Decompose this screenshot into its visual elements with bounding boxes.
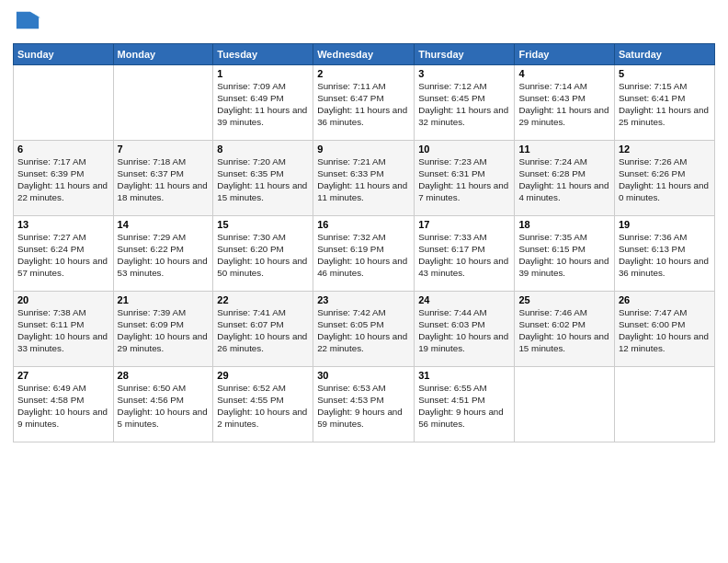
day-info: Sunrise: 7:27 AMSunset: 6:24 PMDaylight:… [17, 231, 109, 280]
day-number: 1 [217, 68, 309, 79]
day-number: 25 [518, 294, 609, 305]
day-info: Sunrise: 7:42 AMSunset: 6:05 PMDaylight:… [317, 306, 410, 355]
day-info: Sunrise: 7:09 AMSunset: 6:49 PMDaylight:… [217, 80, 309, 129]
calendar-cell: 12Sunrise: 7:26 AMSunset: 6:26 PMDayligh… [614, 140, 714, 215]
day-info: Sunrise: 7:35 AMSunset: 6:15 PMDaylight:… [518, 231, 609, 280]
calendar-cell: 23Sunrise: 7:42 AMSunset: 6:05 PMDayligh… [313, 291, 415, 366]
day-info: Sunrise: 7:47 AMSunset: 6:00 PMDaylight:… [619, 306, 711, 355]
calendar-week-row: 6Sunrise: 7:17 AMSunset: 6:39 PMDaylight… [14, 140, 715, 215]
day-info: Sunrise: 7:32 AMSunset: 6:19 PMDaylight:… [317, 231, 410, 280]
weekday-header-wednesday: Wednesday [313, 43, 415, 64]
calendar-cell: 28Sunrise: 6:50 AMSunset: 4:56 PMDayligh… [113, 366, 213, 442]
calendar-cell: 3Sunrise: 7:12 AMSunset: 6:45 PMDaylight… [415, 64, 515, 140]
weekday-header-saturday: Saturday [614, 43, 714, 64]
day-number: 14 [118, 219, 210, 230]
calendar-cell: 5Sunrise: 7:15 AMSunset: 6:41 PMDaylight… [614, 64, 714, 140]
calendar-cell: 6Sunrise: 7:17 AMSunset: 6:39 PMDaylight… [14, 140, 114, 215]
day-number: 18 [518, 219, 609, 230]
day-info: Sunrise: 6:50 AMSunset: 4:56 PMDaylight:… [118, 382, 210, 431]
weekday-header-thursday: Thursday [415, 43, 515, 64]
day-number: 15 [217, 219, 309, 230]
calendar-cell: 15Sunrise: 7:30 AMSunset: 6:20 PMDayligh… [213, 215, 313, 291]
calendar-week-row: 20Sunrise: 7:38 AMSunset: 6:11 PMDayligh… [14, 291, 715, 366]
calendar-cell: 30Sunrise: 6:53 AMSunset: 4:53 PMDayligh… [313, 366, 415, 442]
day-number: 19 [619, 219, 711, 230]
day-number: 20 [17, 294, 109, 305]
day-number: 21 [118, 294, 210, 305]
day-number: 30 [317, 370, 410, 381]
day-info: Sunrise: 7:46 AMSunset: 6:02 PMDaylight:… [518, 306, 609, 355]
day-number: 24 [418, 294, 510, 305]
day-info: Sunrise: 7:36 AMSunset: 6:13 PMDaylight:… [619, 231, 711, 280]
calendar-cell: 2Sunrise: 7:11 AMSunset: 6:47 PMDaylight… [313, 64, 415, 140]
day-info: Sunrise: 7:18 AMSunset: 6:37 PMDaylight:… [118, 155, 210, 204]
calendar-cell: 19Sunrise: 7:36 AMSunset: 6:13 PMDayligh… [614, 215, 714, 291]
day-number: 12 [619, 144, 711, 155]
logo [13, 9, 40, 36]
day-number: 10 [418, 144, 510, 155]
day-info: Sunrise: 7:23 AMSunset: 6:31 PMDaylight:… [418, 155, 510, 204]
day-info: Sunrise: 6:53 AMSunset: 4:53 PMDaylight:… [317, 382, 410, 431]
weekday-header-sunday: Sunday [14, 43, 114, 64]
day-number: 23 [317, 294, 410, 305]
day-info: Sunrise: 7:15 AMSunset: 6:41 PMDaylight:… [619, 80, 711, 129]
day-number: 2 [317, 68, 410, 79]
day-info: Sunrise: 6:52 AMSunset: 4:55 PMDaylight:… [217, 382, 309, 431]
calendar-cell: 13Sunrise: 7:27 AMSunset: 6:24 PMDayligh… [14, 215, 114, 291]
calendar-cell [614, 366, 714, 442]
day-info: Sunrise: 7:30 AMSunset: 6:20 PMDaylight:… [217, 231, 309, 280]
calendar-cell: 8Sunrise: 7:20 AMSunset: 6:35 PMDaylight… [213, 140, 313, 215]
calendar-cell: 18Sunrise: 7:35 AMSunset: 6:15 PMDayligh… [515, 215, 614, 291]
calendar-cell: 24Sunrise: 7:44 AMSunset: 6:03 PMDayligh… [415, 291, 515, 366]
day-info: Sunrise: 7:29 AMSunset: 6:22 PMDaylight:… [118, 231, 210, 280]
calendar-cell: 10Sunrise: 7:23 AMSunset: 6:31 PMDayligh… [415, 140, 515, 215]
day-number: 7 [118, 144, 210, 155]
day-number: 22 [217, 294, 309, 305]
calendar-cell: 27Sunrise: 6:49 AMSunset: 4:58 PMDayligh… [14, 366, 114, 442]
day-number: 16 [317, 219, 410, 230]
calendar-cell: 14Sunrise: 7:29 AMSunset: 6:22 PMDayligh… [113, 215, 213, 291]
calendar-cell: 22Sunrise: 7:41 AMSunset: 6:07 PMDayligh… [213, 291, 313, 366]
logo-icon [15, 9, 40, 31]
day-number: 27 [17, 370, 109, 381]
day-info: Sunrise: 7:33 AMSunset: 6:17 PMDaylight:… [418, 231, 510, 280]
day-info: Sunrise: 7:44 AMSunset: 6:03 PMDaylight:… [418, 306, 510, 355]
page-header [13, 9, 715, 36]
day-number: 5 [619, 68, 711, 79]
day-number: 28 [118, 370, 210, 381]
day-info: Sunrise: 7:39 AMSunset: 6:09 PMDaylight:… [118, 306, 210, 355]
day-info: Sunrise: 7:21 AMSunset: 6:33 PMDaylight:… [317, 155, 410, 204]
calendar-table: SundayMondayTuesdayWednesdayThursdayFrid… [13, 43, 715, 442]
day-number: 6 [17, 144, 109, 155]
svg-marker-0 [17, 12, 39, 29]
day-info: Sunrise: 7:20 AMSunset: 6:35 PMDaylight:… [217, 155, 309, 204]
day-info: Sunrise: 7:24 AMSunset: 6:28 PMDaylight:… [518, 155, 609, 204]
day-info: Sunrise: 7:41 AMSunset: 6:07 PMDaylight:… [217, 306, 309, 355]
day-info: Sunrise: 7:11 AMSunset: 6:47 PMDaylight:… [317, 80, 410, 129]
calendar-cell [113, 64, 213, 140]
calendar-cell: 9Sunrise: 7:21 AMSunset: 6:33 PMDaylight… [313, 140, 415, 215]
day-info: Sunrise: 7:17 AMSunset: 6:39 PMDaylight:… [17, 155, 109, 204]
day-info: Sunrise: 7:38 AMSunset: 6:11 PMDaylight:… [17, 306, 109, 355]
day-number: 17 [418, 219, 510, 230]
calendar-cell [14, 64, 114, 140]
weekday-header-monday: Monday [113, 43, 213, 64]
calendar-week-row: 27Sunrise: 6:49 AMSunset: 4:58 PMDayligh… [14, 366, 715, 442]
calendar-cell: 20Sunrise: 7:38 AMSunset: 6:11 PMDayligh… [14, 291, 114, 366]
day-info: Sunrise: 7:26 AMSunset: 6:26 PMDaylight:… [619, 155, 711, 204]
calendar-cell: 4Sunrise: 7:14 AMSunset: 6:43 PMDaylight… [515, 64, 614, 140]
day-number: 3 [418, 68, 510, 79]
day-info: Sunrise: 6:49 AMSunset: 4:58 PMDaylight:… [17, 382, 109, 431]
calendar-cell: 11Sunrise: 7:24 AMSunset: 6:28 PMDayligh… [515, 140, 614, 215]
calendar-cell [515, 366, 614, 442]
calendar-cell: 1Sunrise: 7:09 AMSunset: 6:49 PMDaylight… [213, 64, 313, 140]
calendar-cell: 21Sunrise: 7:39 AMSunset: 6:09 PMDayligh… [113, 291, 213, 366]
day-number: 9 [317, 144, 410, 155]
day-number: 26 [619, 294, 711, 305]
day-number: 31 [418, 370, 510, 381]
day-number: 29 [217, 370, 309, 381]
calendar-cell: 26Sunrise: 7:47 AMSunset: 6:00 PMDayligh… [614, 291, 714, 366]
day-number: 11 [518, 144, 609, 155]
day-info: Sunrise: 7:14 AMSunset: 6:43 PMDaylight:… [518, 80, 609, 129]
calendar-week-row: 13Sunrise: 7:27 AMSunset: 6:24 PMDayligh… [14, 215, 715, 291]
